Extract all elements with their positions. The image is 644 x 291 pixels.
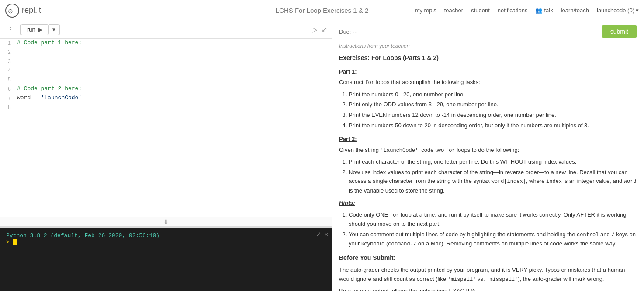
hint-item-1: Code only ONE for loop at a time, and ru… xyxy=(349,210,637,229)
before-submit-title: Before You Submit: xyxy=(339,253,637,263)
play-icon: ▶ xyxy=(38,26,42,33)
line-number-4: 4 xyxy=(0,66,15,75)
logo-area[interactable]: ⊙ repl.it xyxy=(5,4,58,18)
output-instructions-title: Be sure your output follows the instruct… xyxy=(339,287,637,291)
maximize-icon[interactable]: ⤢ xyxy=(322,25,327,34)
run-button[interactable]: run ▶ xyxy=(21,24,49,35)
part2-item-1: Print each character of the string, one … xyxy=(349,158,637,167)
console-clear-icon[interactable]: ✕ xyxy=(325,231,328,238)
run-dropdown-button[interactable]: ▾ xyxy=(49,24,59,35)
part1-item-3: Print the EVEN numbers 12 down to -14 in… xyxy=(349,111,637,120)
line-content-8[interactable] xyxy=(15,103,332,112)
launchcode-dropdown[interactable]: launchcode (0) ▾ xyxy=(597,7,639,14)
submit-button[interactable]: submit xyxy=(602,25,637,38)
code-line-5: 5 xyxy=(0,75,332,84)
code-editor[interactable]: 1 # Code part 1 here: 2 3 4 5 xyxy=(0,39,332,217)
console-python-version: Python 3.8.2 (default, Feb 26 2020, 02:5… xyxy=(6,232,325,239)
console-toolbar: ⤢ ✕ xyxy=(316,231,328,238)
nav-right-links: my repls teacher student notifications 👥… xyxy=(415,7,639,14)
line-content-5[interactable] xyxy=(15,75,332,84)
editor-toolbar: ⋮ run ▶ ▾ ▷ ⤢ xyxy=(0,21,332,39)
top-navigation: ⊙ repl.it LCHS For Loop Exercises 1 & 2 … xyxy=(0,0,644,21)
svg-text:⊙: ⊙ xyxy=(8,8,13,14)
hints-title-label: Hints: xyxy=(339,199,637,208)
line-number-8: 8 xyxy=(0,103,15,112)
line-number-7: 7 xyxy=(0,94,15,103)
replit-logo-icon: ⊙ xyxy=(5,4,19,18)
line-content-2[interactable] xyxy=(15,48,332,57)
editor-bottom-bar: ⬇ xyxy=(0,217,332,226)
instructions-main-title: Exercises: For Loops (Parts 1 & 2) xyxy=(339,53,637,63)
code-line-8: 8 xyxy=(0,103,332,112)
nav-talk[interactable]: 👥 talk xyxy=(535,7,553,14)
part2-list: Print each character of the string, one … xyxy=(339,158,637,196)
line-number-6: 6 xyxy=(0,84,15,94)
cursor-symbol: > xyxy=(6,239,13,245)
part1-title: Part 1: xyxy=(339,67,637,77)
toolbar-icons: ▷ ⤢ xyxy=(312,25,327,34)
line-number-2: 2 xyxy=(0,48,15,57)
code-line-4: 4 xyxy=(0,66,332,75)
hint-item-2: You can comment out multiple lines of co… xyxy=(349,230,637,249)
line-number-3: 3 xyxy=(0,57,15,66)
code-lines: 1 # Code part 1 here: 2 3 4 5 xyxy=(0,39,332,112)
nav-teacher[interactable]: teacher xyxy=(444,7,463,14)
cursor-block xyxy=(13,239,17,245)
line-content-1[interactable]: # Code part 1 here: xyxy=(15,39,332,48)
code-line-1: 1 # Code part 1 here: xyxy=(0,39,332,48)
part1-item-1: Print the numbers 0 - 20, one number per… xyxy=(349,90,637,99)
console-cursor-line: > xyxy=(6,239,325,245)
nav-student[interactable]: student xyxy=(471,7,490,14)
due-bar: Due: -- submit xyxy=(339,25,637,38)
line-number-1: 1 xyxy=(0,39,15,48)
console-panel[interactable]: ⤢ ✕ Python 3.8.2 (default, Feb 26 2020, … xyxy=(0,228,332,291)
line-number-5: 5 xyxy=(0,75,15,84)
line-content-4[interactable] xyxy=(15,66,332,75)
hints-list: Code only ONE for loop at a time, and ru… xyxy=(339,210,637,249)
logo-text: repl.it xyxy=(22,6,41,15)
part2-item-2: Now use index values to print each chara… xyxy=(349,168,637,196)
code-line-6: 6 # Code part 2 here: xyxy=(0,84,332,94)
part2-intro: Given the string 'LaunchCode', code two … xyxy=(339,146,637,155)
due-label: Due: -- xyxy=(339,28,357,35)
sidebar-toggle-button[interactable]: ⋮ xyxy=(4,25,17,35)
code-line-2: 2 xyxy=(0,48,332,57)
part1-intro: Construct for loops that accomplish the … xyxy=(339,78,637,87)
nav-notifications[interactable]: notifications xyxy=(498,7,528,14)
code-line-7: 7 word = 'LaunchCode' xyxy=(0,94,332,103)
part2-title: Part 2: xyxy=(339,135,637,144)
right-instructions-panel: Due: -- submit Instructions from your te… xyxy=(332,21,644,291)
dropdown-arrow-icon: ▾ xyxy=(636,7,639,14)
part1-list: Print the numbers 0 - 20, one number per… xyxy=(339,90,637,130)
download-icon[interactable]: ⬇ xyxy=(163,218,169,225)
play-outline-icon[interactable]: ▷ xyxy=(312,25,317,34)
nav-my-repls[interactable]: my repls xyxy=(415,7,436,14)
console-expand-icon[interactable]: ⤢ xyxy=(316,231,321,238)
before-submit-text: The auto-grader checks the output printe… xyxy=(339,266,637,284)
left-editor-panel: ⋮ run ▶ ▾ ▷ ⤢ 1 # Co xyxy=(0,21,332,291)
instructions-from-label: Instructions from your teacher: xyxy=(339,42,637,50)
line-content-3[interactable] xyxy=(15,57,332,66)
part1-item-4: Print the numbers 50 down to 20 in desce… xyxy=(349,121,637,130)
line-content-7[interactable]: word = 'LaunchCode' xyxy=(15,94,332,103)
code-line-3: 3 xyxy=(0,57,332,66)
page-title: LCHS For Loop Exercises 1 & 2 xyxy=(276,7,369,14)
chevron-down-icon: ▾ xyxy=(52,26,55,33)
main-layout: ⋮ run ▶ ▾ ▷ ⤢ 1 # Co xyxy=(0,21,644,291)
part1-item-2: Print only the ODD values from 3 - 29, o… xyxy=(349,100,637,109)
line-content-6[interactable]: # Code part 2 here: xyxy=(15,84,332,94)
nav-learn-teach[interactable]: learn/teach xyxy=(561,7,589,14)
dots-icon: ⋮ xyxy=(7,26,14,33)
talk-icon: 👥 xyxy=(535,7,542,14)
instructions-content: Instructions from your teacher: Exercise… xyxy=(339,42,637,291)
